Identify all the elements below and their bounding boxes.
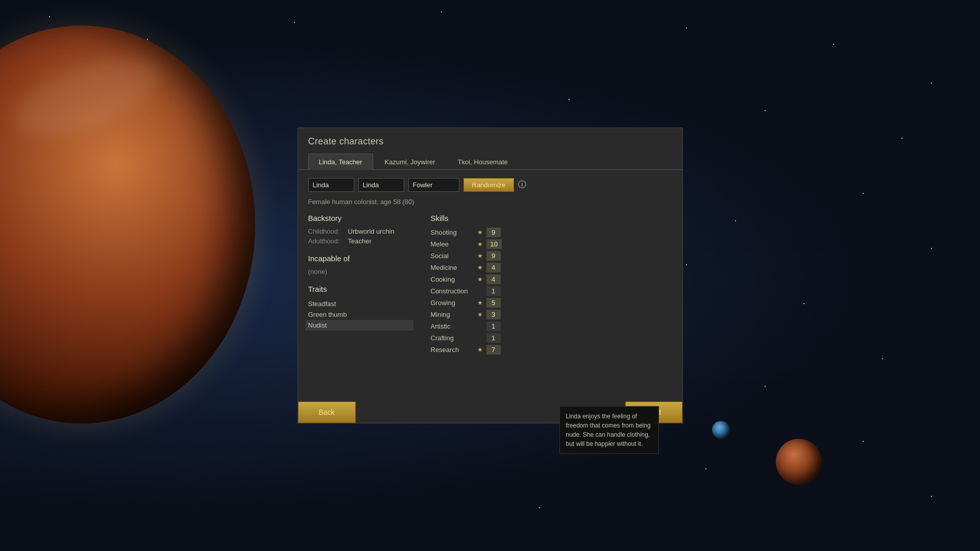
skill-name-growing: Growing	[431, 299, 474, 307]
nudist-tooltip: Linda enjoys the feeling of freedom that…	[559, 406, 659, 454]
passion-research	[477, 347, 483, 353]
skill-name-medicine: Medicine	[431, 264, 474, 271]
skill-growing: Growing 5	[431, 298, 672, 308]
skill-crafting: Crafting 1	[431, 333, 672, 343]
skill-name-social: Social	[431, 252, 474, 260]
skill-value-melee: 10	[486, 239, 502, 249]
passion-shooting	[477, 230, 483, 236]
adulthood-label: Adulthood:	[308, 237, 344, 245]
skill-medicine: Medicine 4	[431, 263, 672, 272]
info-icon[interactable]: ⓘ	[518, 180, 526, 190]
traits-section: Traits Steadfast Green thumb Nudist	[308, 285, 410, 331]
content-columns: Backstory Childhood: Urbworld urchin Adu…	[308, 214, 672, 357]
tab-kazumi[interactable]: Kazumi, Joywirer	[374, 154, 446, 170]
right-column: Skills Shooting 9 Melee 10 Social	[431, 214, 672, 357]
skill-social: Social 9	[431, 251, 672, 261]
firstname-input[interactable]	[308, 178, 354, 192]
skill-name-cooking: Cooking	[431, 276, 474, 283]
childhood-value: Urbworld urchin	[348, 228, 395, 235]
backstory-title: Backstory	[308, 214, 410, 222]
childhood-label: Childhood:	[308, 228, 344, 235]
skill-name-research: Research	[431, 346, 474, 354]
randomize-button[interactable]: Randomize	[463, 178, 514, 192]
passion-artistic	[477, 323, 483, 330]
passion-melee	[477, 241, 483, 247]
tabs-container: Linda, Teacher Kazumi, Joywirer Tkoi, Ho…	[298, 153, 682, 170]
skill-value-artistic: 1	[486, 321, 501, 331]
incapable-value: (none)	[308, 268, 410, 276]
skill-value-construction: 1	[486, 286, 501, 296]
skill-value-social: 9	[486, 251, 501, 261]
adulthood-value: Teacher	[348, 237, 372, 245]
passion-social	[477, 253, 483, 259]
passion-mining	[477, 312, 483, 318]
passion-crafting	[477, 335, 483, 341]
incapable-section: Incapable of (none)	[308, 254, 410, 276]
skill-name-construction: Construction	[431, 287, 474, 295]
skill-shooting: Shooting 9	[431, 228, 672, 237]
skills-title: Skills	[431, 214, 672, 222]
skill-cooking: Cooking 4	[431, 274, 672, 284]
skill-construction: Construction 1	[431, 286, 672, 296]
skill-name-mining: Mining	[431, 311, 474, 318]
left-column: Backstory Childhood: Urbworld urchin Adu…	[308, 214, 410, 357]
adulthood-row: Adulthood: Teacher	[308, 237, 410, 245]
tab-tkoi[interactable]: Tkoi, Housemate	[447, 154, 519, 170]
skill-value-growing: 5	[486, 298, 501, 308]
skill-value-crafting: 1	[486, 333, 501, 343]
create-characters-modal: Create characters Linda, Teacher Kazumi,…	[298, 128, 683, 423]
skill-name-artistic: Artistic	[431, 322, 474, 330]
skill-value-medicine: 4	[486, 263, 501, 272]
lastname-input[interactable]	[408, 178, 459, 192]
trait-steadfast[interactable]: Steadfast	[308, 298, 410, 309]
trait-nudist[interactable]: Nudist	[305, 320, 413, 331]
nickname-input[interactable]	[358, 178, 404, 192]
modal-overlay: Create characters Linda, Teacher Kazumi,…	[0, 0, 980, 551]
skill-name-crafting: Crafting	[431, 334, 474, 342]
passion-construction	[477, 288, 483, 294]
modal-body: Randomize ⓘ Female human colonist, age 5…	[298, 170, 682, 365]
skill-name-melee: Melee	[431, 240, 474, 248]
tab-linda[interactable]: Linda, Teacher	[308, 154, 373, 170]
back-button[interactable]: Back	[298, 402, 356, 423]
passion-cooking	[477, 277, 483, 283]
passion-growing	[477, 300, 483, 306]
passion-medicine	[477, 265, 483, 271]
traits-title: Traits	[308, 285, 410, 293]
character-description: Female human colonist, age 58 (80)	[308, 198, 672, 206]
skill-name-shooting: Shooting	[431, 229, 474, 236]
skill-value-research: 7	[486, 345, 501, 355]
skill-value-shooting: 9	[486, 228, 501, 237]
skill-value-mining: 3	[486, 310, 501, 319]
trait-green-thumb[interactable]: Green thumb	[308, 309, 410, 320]
skill-research: Research 7	[431, 345, 672, 355]
skill-value-cooking: 4	[486, 274, 501, 284]
skill-artistic: Artistic 1	[431, 321, 672, 331]
skill-mining: Mining 3	[431, 310, 672, 319]
incapable-title: Incapable of	[308, 254, 410, 263]
skill-melee: Melee 10	[431, 239, 672, 249]
name-row: Randomize ⓘ	[308, 178, 672, 192]
modal-title: Create characters	[298, 128, 682, 153]
childhood-row: Childhood: Urbworld urchin	[308, 228, 410, 235]
